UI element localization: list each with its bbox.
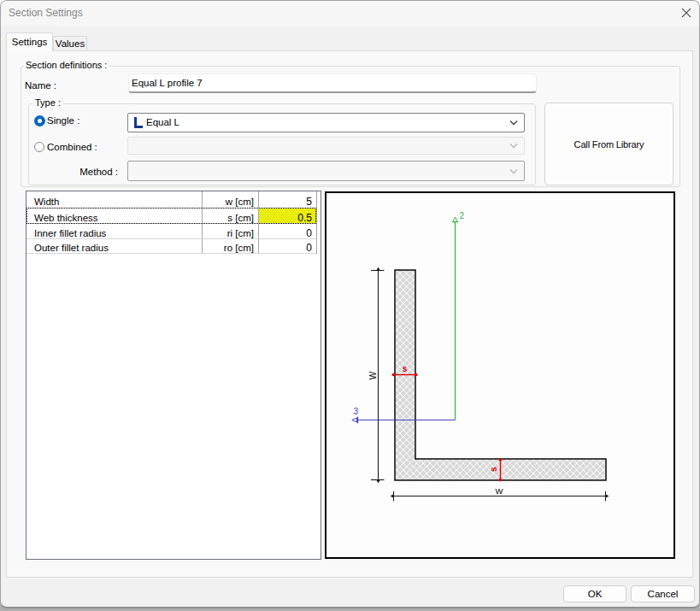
svg-text:s: s xyxy=(403,364,408,373)
svg-text:2: 2 xyxy=(460,211,465,220)
svg-text:W: W xyxy=(368,371,378,379)
svg-text:s: s xyxy=(489,467,498,472)
svg-text:W: W xyxy=(496,486,503,496)
svg-text:3: 3 xyxy=(354,407,359,416)
